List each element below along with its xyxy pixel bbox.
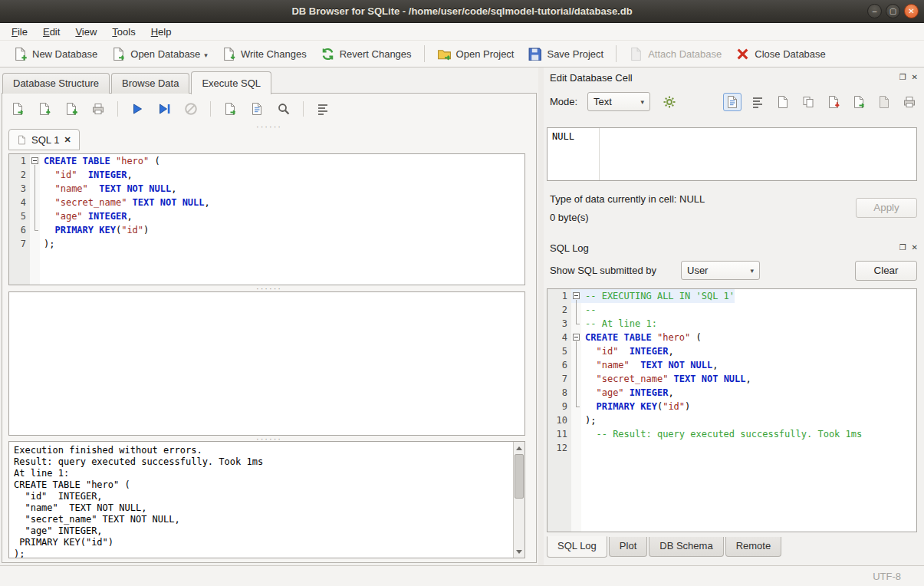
fold-column: [571, 386, 581, 400]
dock-float-icon[interactable]: ❐: [899, 242, 906, 253]
apply-button[interactable]: Apply: [856, 198, 917, 218]
execute-all-icon[interactable]: [128, 100, 146, 118]
code-text: );: [581, 413, 596, 427]
dock-close-icon[interactable]: ✕: [912, 72, 918, 83]
import-data-icon[interactable]: [824, 93, 843, 111]
dock-float-icon[interactable]: ❐: [899, 72, 906, 83]
line-number: 1: [9, 154, 30, 168]
set-null-icon[interactable]: [875, 93, 893, 111]
line-number: 3: [547, 317, 571, 331]
fold-marker-icon[interactable]: [571, 331, 581, 344]
code-text: CREATE TABLE "hero" (: [40, 154, 160, 168]
chevron-down-icon[interactable]: ▾: [204, 48, 208, 59]
cell-editor[interactable]: NULL: [547, 127, 917, 181]
submitted-by-combobox[interactable]: User ▾: [681, 261, 760, 280]
titlebar[interactable]: DB Browser for SQLite - /home/user/code/…: [0, 0, 924, 23]
scroll-up-icon[interactable]: [514, 443, 524, 453]
revert-changes-button[interactable]: Revert Changes: [314, 44, 419, 64]
chevron-down-icon: ▾: [750, 267, 754, 275]
execution-log-pane[interactable]: Execution finished without errors. Resul…: [8, 441, 525, 558]
save-project-button[interactable]: Save Project: [521, 44, 610, 64]
tab-browse-data[interactable]: Browse Data: [111, 73, 189, 94]
code-line: 2 "id" INTEGER,: [9, 168, 524, 182]
close-icon[interactable]: ✕: [904, 4, 919, 18]
new-database-button[interactable]: New Database: [6, 44, 104, 64]
tab-execute-sql[interactable]: Execute SQL: [191, 71, 271, 94]
statusbar: UTF-8: [0, 565, 924, 586]
fold-marker-icon[interactable]: [30, 154, 40, 168]
code-line: 4CREATE TABLE "hero" (: [547, 331, 916, 344]
main-tabbar: Database StructureBrowse DataExecute SQL: [0, 67, 538, 94]
show-results-icon[interactable]: [248, 100, 266, 118]
clear-button[interactable]: Clear: [855, 261, 917, 281]
maximize-icon[interactable]: ▢: [886, 4, 900, 18]
dock-close-icon[interactable]: ✕: [912, 242, 918, 253]
panel-splitter[interactable]: [538, 67, 544, 565]
fold-column: [30, 237, 40, 251]
toolbar-separator: [117, 101, 118, 117]
attach-database-icon: [629, 47, 643, 61]
auto-format-icon[interactable]: [314, 100, 332, 118]
sql-editor[interactable]: 1CREATE TABLE "hero" (2 "id" INTEGER,3 "…: [8, 153, 525, 285]
menu-edit[interactable]: Edit: [35, 24, 67, 40]
close-database-button[interactable]: Close Database: [728, 44, 833, 64]
dock-tab-db-schema[interactable]: DB Schema: [649, 537, 723, 557]
line-number: 1: [547, 289, 571, 303]
print-icon[interactable]: [900, 93, 919, 111]
tab-close-icon[interactable]: ✕: [64, 135, 71, 145]
word-wrap-icon[interactable]: [748, 93, 767, 111]
results-grid[interactable]: [8, 291, 525, 436]
mode-combobox[interactable]: Text ▾: [587, 92, 650, 111]
scrollbar[interactable]: [513, 442, 524, 558]
execute-current-line-icon[interactable]: [155, 100, 173, 118]
menu-file[interactable]: File: [4, 24, 35, 40]
open-project-button[interactable]: Open Project: [430, 44, 521, 64]
text-view-icon[interactable]: [723, 93, 742, 111]
tab-database-structure[interactable]: Database Structure: [2, 73, 110, 94]
code-text: "secret_name" TEXT NOT NULL,: [581, 372, 751, 386]
open-database-button[interactable]: Open Database▾: [104, 44, 215, 64]
copy-icon[interactable]: [799, 93, 817, 111]
line-number: 4: [9, 196, 30, 209]
code-line: 4 "secret_name" TEXT NOT NULL,: [9, 196, 524, 209]
code-text: -- At line 1:: [581, 317, 657, 331]
open-sql-file-icon[interactable]: [8, 100, 27, 118]
dock-tab-remote[interactable]: Remote: [725, 537, 782, 557]
dock-tab-sql-log[interactable]: SQL Log: [547, 536, 607, 558]
code-line: 12: [547, 441, 916, 455]
print-icon[interactable]: [89, 100, 107, 118]
fold-column: [571, 413, 581, 427]
open-file-icon[interactable]: [774, 93, 792, 111]
minimize-icon[interactable]: –: [867, 4, 882, 18]
edit-cell-dock-header: Edit Database Cell ❐ ✕: [544, 67, 924, 87]
line-number: 5: [9, 209, 30, 223]
submitted-by-value: User: [687, 265, 708, 276]
sql-log-dock-header: SQL Log ❐ ✕: [544, 238, 924, 258]
menu-help[interactable]: Help: [143, 24, 179, 40]
save-sql-file-as-icon[interactable]: [62, 100, 81, 118]
dock-area: Edit Database Cell ❐ ✕ Mode: Text ▾ NULL…: [544, 67, 924, 565]
fold-column: [571, 427, 581, 441]
write-changes-button[interactable]: Write Changes: [215, 44, 314, 64]
sql-log-view[interactable]: 1-- EXECUTING ALL IN 'SQL 1'2--3-- At li…: [547, 288, 917, 532]
dock-tab-plot[interactable]: Plot: [609, 537, 647, 557]
sql-tabbar: SQL 1 ✕: [8, 129, 80, 150]
code-line: 10);: [547, 413, 916, 427]
fold-marker-icon[interactable]: [571, 289, 581, 303]
export-data-icon[interactable]: [850, 93, 868, 111]
find-replace-icon[interactable]: [275, 100, 293, 118]
menu-tools[interactable]: Tools: [104, 24, 143, 40]
open-database-icon: [111, 47, 126, 61]
code-line: 6 PRIMARY KEY("id"): [9, 223, 524, 237]
sql-tab[interactable]: SQL 1 ✕: [8, 129, 80, 150]
toolbar-separator: [210, 101, 211, 117]
scroll-down-icon[interactable]: [514, 546, 524, 557]
cell-settings-icon[interactable]: [660, 93, 679, 111]
code-line: 1-- EXECUTING ALL IN 'SQL 1': [547, 289, 916, 303]
scrollbar-thumb[interactable]: [515, 454, 524, 499]
export-results-icon[interactable]: [221, 100, 239, 118]
menu-view[interactable]: View: [67, 24, 104, 40]
save-sql-file-icon[interactable]: [35, 100, 54, 118]
write-changes-icon: [222, 47, 236, 61]
splitter-handle[interactable]: [242, 125, 296, 130]
